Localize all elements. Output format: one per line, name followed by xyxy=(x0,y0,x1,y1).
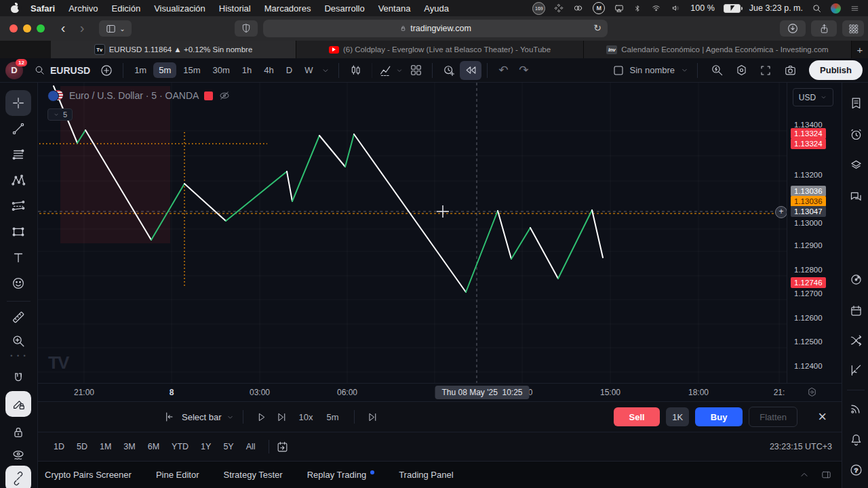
timeframe-1h[interactable]: 1h xyxy=(237,62,257,78)
browser-tab[interactable]: InvCalendario Económico | Agenda Económi… xyxy=(584,41,852,58)
hide-symbol-icon[interactable] xyxy=(218,89,231,102)
apple-menu-icon[interactable] xyxy=(11,3,20,13)
menu-item[interactable]: Ayuda xyxy=(417,3,456,14)
menu-item[interactable]: Historial xyxy=(212,3,258,14)
buy-button[interactable]: Buy xyxy=(695,407,743,426)
privacy-shield-button[interactable] xyxy=(235,20,258,37)
browser-tab[interactable]: TvEURUSD 1.11864 ▲ +0.12% Sin nombre xyxy=(51,41,296,58)
chart-region[interactable]: Euro / U.S. Dollar · 5 · OANDA 5 TV + US… xyxy=(38,83,842,383)
menu-item[interactable]: Edición xyxy=(105,3,148,14)
timeframe-expand-button[interactable] xyxy=(318,61,333,80)
object-tree-button[interactable] xyxy=(5,466,31,488)
badge-count-icon[interactable]: 169 xyxy=(532,2,545,15)
step-forward-button[interactable] xyxy=(272,407,292,426)
share-button[interactable] xyxy=(811,20,837,37)
publish-button[interactable]: Publish xyxy=(809,60,863,80)
user-switcher-icon[interactable] xyxy=(831,3,841,14)
crosshair-tool[interactable] xyxy=(5,90,31,116)
address-bar[interactable]: tradingview.com ↻ xyxy=(263,20,608,37)
timeframe-W[interactable]: W xyxy=(299,62,318,78)
undo-button[interactable]: ↶ xyxy=(493,63,513,77)
watchlist-button[interactable] xyxy=(848,95,864,111)
range-1D[interactable]: 1D xyxy=(47,442,71,451)
goto-date-button[interactable] xyxy=(276,441,289,453)
replay-interval[interactable]: 5m xyxy=(327,412,339,422)
menu-item[interactable]: Visualización xyxy=(147,3,212,14)
chart-legend[interactable]: Euro / U.S. Dollar · 5 · OANDA xyxy=(47,89,231,102)
layout-square-icon[interactable] xyxy=(612,64,625,77)
time-axis[interactable]: 21:00803:0006:00015:0018:0021: Thu 08 Ma… xyxy=(38,383,842,402)
menu-item[interactable]: Archivo xyxy=(62,3,104,14)
axis-settings-button[interactable] xyxy=(806,386,818,398)
chevron-up-icon[interactable] xyxy=(799,470,810,481)
tab-overview-button[interactable] xyxy=(842,20,864,37)
price-axis[interactable]: USD 1.134001.133241.133241.132001.130361… xyxy=(787,83,842,383)
back-button[interactable]: ‹ xyxy=(54,19,72,37)
indicators-button[interactable] xyxy=(378,61,405,80)
timeframe-5m[interactable]: 5m xyxy=(153,62,176,78)
settings-button[interactable] xyxy=(730,61,752,80)
legend-interval-chip[interactable]: 5 xyxy=(47,108,73,121)
object-tree-panel-button[interactable] xyxy=(848,157,864,173)
tile-icon[interactable] xyxy=(554,3,564,13)
fullscreen-button[interactable] xyxy=(755,61,776,80)
hide-drawings-button[interactable] xyxy=(5,443,31,468)
my-ideas-button[interactable] xyxy=(848,362,864,378)
bottom-tab[interactable]: Strategy Tester xyxy=(223,470,282,480)
layout-name[interactable]: Sin nombre xyxy=(630,65,675,75)
trend-line-tool[interactable] xyxy=(5,116,31,142)
zoom-in-tool[interactable] xyxy=(5,328,31,354)
range-1M[interactable]: 1M xyxy=(94,442,117,451)
creative-cloud-icon[interactable] xyxy=(572,3,584,13)
menu-item[interactable]: Marcadores xyxy=(258,3,318,14)
chat-button[interactable] xyxy=(848,188,864,205)
price-chart[interactable] xyxy=(38,83,787,383)
flatten-button[interactable]: Flatten xyxy=(749,407,797,427)
alert-button[interactable] xyxy=(438,61,460,80)
alerts-button[interactable] xyxy=(848,126,864,142)
chevron-down-icon[interactable] xyxy=(680,66,689,75)
projection-tool[interactable] xyxy=(5,193,31,219)
ideas-button[interactable] xyxy=(848,332,864,348)
calendar-button[interactable] xyxy=(848,302,864,319)
close-replay-button[interactable]: × xyxy=(818,409,827,424)
malwarebytes-icon[interactable]: M xyxy=(593,2,605,14)
compare-add-button[interactable] xyxy=(96,61,117,80)
reload-button[interactable]: ↻ xyxy=(593,22,601,33)
streams-button[interactable] xyxy=(848,400,864,416)
new-tab-button[interactable]: + xyxy=(852,41,868,58)
select-bar-label[interactable]: Select bar xyxy=(182,412,222,422)
spotlight-icon[interactable] xyxy=(812,3,822,14)
measure-tool[interactable] xyxy=(5,304,31,330)
quick-search-button[interactable] xyxy=(706,61,728,80)
pattern-tool[interactable] xyxy=(5,167,31,193)
menu-item[interactable]: Safari xyxy=(24,3,62,14)
emoji-tool[interactable] xyxy=(5,270,31,296)
control-center-icon[interactable] xyxy=(850,4,860,13)
rectangle-tool[interactable] xyxy=(5,219,31,245)
layout-grid-button[interactable] xyxy=(405,61,427,80)
bottom-tab[interactable]: Pine Editor xyxy=(156,470,199,480)
minimize-window-button[interactable] xyxy=(23,24,31,33)
bottom-tab[interactable]: Replay Trading xyxy=(307,470,374,480)
wifi-icon[interactable] xyxy=(650,3,662,13)
downloads-button[interactable] xyxy=(780,20,806,37)
add-order-plus-icon[interactable]: + xyxy=(775,206,787,218)
menu-item[interactable]: Ventana xyxy=(372,3,418,14)
jump-to-end-button[interactable] xyxy=(363,407,383,426)
avatar[interactable]: D12 xyxy=(5,62,23,79)
chart-style-button[interactable] xyxy=(344,61,366,80)
timeframe-4h[interactable]: 4h xyxy=(258,62,279,78)
redo-button[interactable]: ↷ xyxy=(513,63,534,77)
snapshot-button[interactable] xyxy=(779,61,801,80)
bottom-tab[interactable]: Crypto Pairs Screener xyxy=(45,470,132,480)
legend-title[interactable]: Euro / U.S. Dollar · 5 · OANDA xyxy=(69,90,199,101)
chevron-down-icon[interactable] xyxy=(226,413,235,422)
toggle-panel-icon[interactable] xyxy=(821,469,832,481)
timeframe-1m[interactable]: 1m xyxy=(129,62,152,78)
range-1Y[interactable]: 1Y xyxy=(195,442,217,451)
sell-button[interactable]: Sell xyxy=(614,407,660,426)
hotlists-button[interactable] xyxy=(848,271,864,287)
bottom-tab[interactable]: Trading Panel xyxy=(399,470,453,480)
notifications-button[interactable] xyxy=(848,431,864,447)
